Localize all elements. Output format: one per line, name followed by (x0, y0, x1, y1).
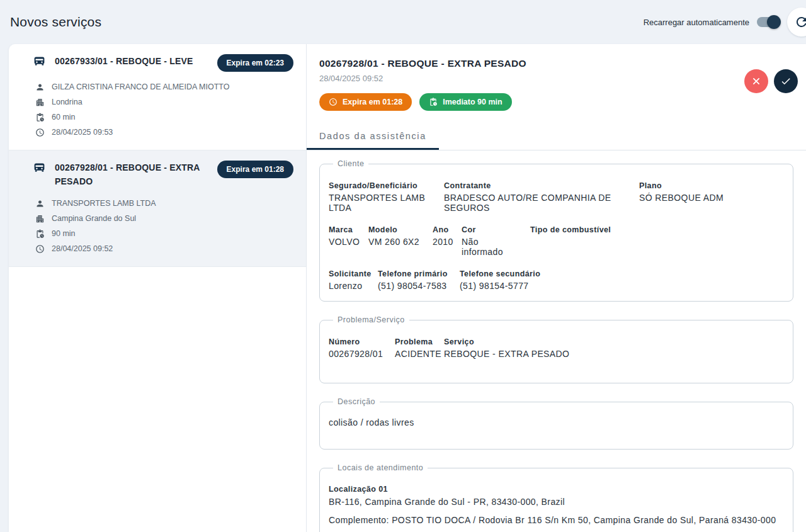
field-label: Modelo (368, 225, 421, 234)
datetime: 28/04/2025 09:53 (52, 128, 113, 137)
field-row: Solicitante Lorenzo Telefone primário (5… (329, 269, 784, 291)
field-value: (51) 98154-5777 (460, 281, 540, 291)
duration-row: 60 min (35, 110, 293, 125)
field-value: SÓ REBOQUE ADM (639, 193, 724, 203)
field-row: Marca VOLVO Modelo VM 260 6X2 Ano 2010 (329, 225, 784, 257)
field-label: Problema (395, 337, 433, 346)
refresh-icon (794, 14, 806, 30)
field-value: (51) 98054-7583 (378, 281, 448, 291)
tab-bar: Dados da assistência (307, 125, 806, 150)
field-value: 2010 (433, 237, 450, 247)
field-value: 00267928/01 (329, 349, 383, 359)
field-label: Marca (329, 225, 357, 234)
client-name: TRANSPORTES LAMB LTDA (52, 199, 156, 208)
field-value: Não informado (462, 237, 519, 257)
client-name: GILZA CRISTINA FRANCO DE ALMEIDA MIOTTO (52, 82, 229, 91)
immediate-badge: Imediato 90 min (419, 93, 511, 111)
section-descricao: Descrição colisão / rodas livres (319, 397, 793, 450)
field-label: Ano (433, 225, 450, 234)
section-problema: Problema/Serviço Número 00267928/01 Prob… (319, 315, 793, 383)
expire-badge: Expira em 01:28 (217, 161, 293, 178)
expire-badge-label: Expira em 01:28 (343, 98, 402, 106)
clipboard-clock-icon (35, 229, 45, 239)
datetime-row: 28/04/2025 09:53 (35, 125, 293, 140)
refresh-button[interactable] (787, 8, 806, 37)
clock-icon (329, 98, 338, 106)
location-block: Localização 01 BR-116, Campina Grande do… (329, 485, 784, 525)
detail-body: Cliente Segurado/Beneficiário TRANSPORTE… (307, 159, 806, 532)
auto-reload-label: Recarregar automaticamente (644, 18, 749, 27)
card-head: 00267933/01 - REBOQUE - LEVE Expira em 0… (33, 53, 293, 72)
auto-reload-toggle[interactable] (757, 17, 780, 27)
field-label: Cor (462, 225, 519, 234)
service-list: 00267933/01 - REBOQUE - LEVE Expira em 0… (9, 44, 307, 532)
main-panel: 00267933/01 - REBOQUE - LEVE Expira em 0… (9, 44, 806, 532)
field-row: Segurado/Beneficiário TRANSPORTES LAMB L… (329, 181, 784, 213)
reject-button[interactable] (744, 69, 768, 93)
detail-title: 00267928/01 - REBOQUE - EXTRA PESADO (319, 58, 793, 69)
field-label: Serviço (444, 337, 569, 346)
service-card-00267928[interactable]: 00267928/01 - REBOQUE - EXTRA PESADO Exp… (9, 150, 306, 267)
close-icon (751, 76, 762, 87)
accept-button[interactable] (774, 69, 798, 93)
duration: 60 min (52, 113, 76, 122)
toggle-knob-icon (767, 15, 781, 29)
clock-icon (35, 244, 45, 254)
top-bar: Novos serviços Recarregar automaticament… (0, 0, 806, 44)
location-label: Localização 01 (329, 485, 784, 494)
service-card-00267933[interactable]: 00267933/01 - REBOQUE - LEVE Expira em 0… (9, 44, 306, 150)
clipboard-clock-icon (35, 113, 45, 122)
section-problema-legend: Problema/Serviço (333, 315, 409, 324)
field-label: Número (329, 337, 383, 346)
description-text: colisão / rodas livres (329, 417, 784, 427)
field-value: ACIDENTE (395, 349, 433, 359)
service-title: 00267928/01 - REBOQUE - EXTRA PESADO (55, 159, 208, 188)
detail-header: 00267928/01 - REBOQUE - EXTRA PESADO 28/… (307, 44, 806, 111)
topbar-right: Recarregar automaticamente (644, 8, 806, 37)
location-complement: Complemento: POSTO TIO DOCA / Rodovia Br… (329, 515, 784, 525)
detail-actions (744, 69, 798, 93)
expire-badge: Expira em 02:23 (217, 54, 293, 72)
check-icon (780, 76, 792, 87)
page-title: Novos serviços (10, 14, 101, 30)
field-label: Segurado/Beneficiário (329, 181, 433, 190)
field-label: Tipo de combustível (530, 225, 611, 234)
field-label: Telefone primário (378, 269, 448, 278)
car-icon (33, 54, 46, 67)
card-meta: GILZA CRISTINA FRANCO DE ALMEIDA MIOTTO … (35, 79, 293, 140)
section-locais: Locais de atendimento Localização 01 BR-… (319, 463, 793, 532)
city-row: Londrina (35, 94, 293, 110)
tab-dados-assistencia[interactable]: Dados da assistência (307, 125, 439, 150)
duration: 90 min (52, 229, 76, 238)
client-row: GILZA CRISTINA FRANCO DE ALMEIDA MIOTTO (35, 79, 293, 94)
field-label: Telefone secundário (460, 269, 540, 278)
clock-icon (35, 128, 45, 137)
badge-row: Expira em 01:28 Imediato 90 min (319, 93, 793, 111)
city-row: Campina Grande do Sul (35, 211, 293, 226)
app: Novos serviços Recarregar automaticament… (0, 0, 806, 532)
section-descricao-legend: Descrição (333, 397, 380, 406)
city: Londrina (52, 98, 82, 106)
person-icon (35, 82, 45, 92)
field-row: Número 00267928/01 Problema ACIDENTE Ser… (329, 337, 784, 359)
field-value: REBOQUE - EXTRA PESADO (444, 349, 569, 359)
section-cliente-legend: Cliente (333, 159, 368, 168)
field-label: Contratante (444, 181, 628, 190)
service-title: 00267933/01 - REBOQUE - LEVE (55, 53, 208, 69)
field-value (530, 237, 611, 247)
field-value: Lorenzo (329, 281, 366, 291)
card-meta: TRANSPORTES LAMB LTDA Campina Grande do … (35, 196, 293, 256)
section-cliente: Cliente Segurado/Beneficiário TRANSPORTE… (319, 159, 793, 302)
clipboard-clock-icon (429, 98, 438, 106)
person-icon (35, 199, 45, 208)
field-label: Plano (639, 181, 724, 190)
detail-datetime: 28/04/2025 09:52 (319, 74, 793, 83)
immediate-badge-label: Imediato 90 min (443, 98, 502, 106)
field-value: VM 260 6X2 (368, 237, 421, 247)
field-value: TRANSPORTES LAMB LTDA (329, 193, 433, 213)
datetime: 28/04/2025 09:52 (52, 244, 113, 253)
datetime-row: 28/04/2025 09:52 (35, 241, 293, 256)
client-row: TRANSPORTES LAMB LTDA (35, 196, 293, 211)
car-icon (33, 161, 46, 174)
card-head: 00267928/01 - REBOQUE - EXTRA PESADO Exp… (33, 159, 293, 188)
